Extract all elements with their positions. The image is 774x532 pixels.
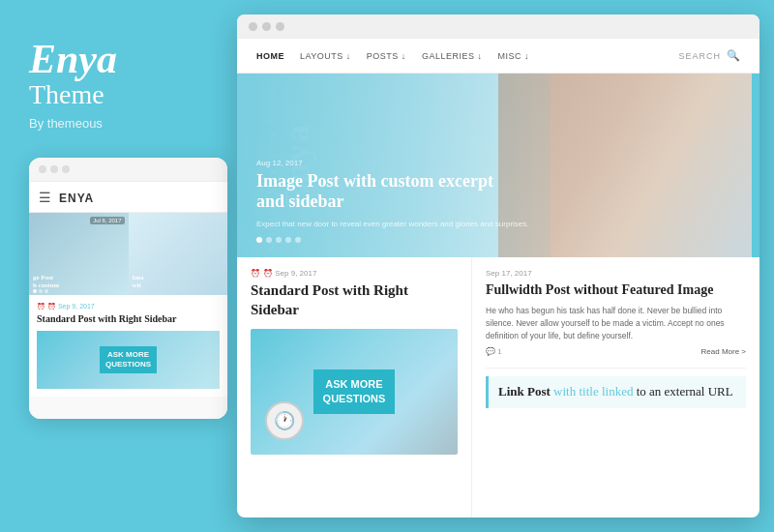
mobile-dot-1 xyxy=(39,165,46,173)
desktop-hero: Enya Modern Magazine Theme Aug 12, 2017 … xyxy=(237,74,759,257)
main-right-column: Sep 17, 2017 Fullwidth Post without Feat… xyxy=(472,257,759,517)
comment-icon: 💬 xyxy=(486,347,495,356)
main-left-column: ⏰ ⏰ Sep 9, 2017 Standard Post with Right… xyxy=(237,257,472,517)
mobile-header: ☰ ENYA xyxy=(29,182,227,213)
hero-sidebar-accent xyxy=(752,74,759,257)
mobile-mockup: ☰ ENYA Jul 6, 2017 ge Posth custom Imawi… xyxy=(29,158,227,419)
link-post-suffix: to an external URL xyxy=(633,384,732,399)
desktop-dot-3 xyxy=(276,22,284,31)
nav-layouts[interactable]: LAYOUTS ↓ xyxy=(300,51,351,61)
fullwidth-post-date: Sep 17, 2017 xyxy=(486,269,746,278)
nav-search[interactable]: SEARCH 🔍 xyxy=(678,49,740,62)
link-post-title: Link Post with title linked to an extern… xyxy=(498,384,736,400)
read-more-link[interactable]: Read More > xyxy=(701,347,746,356)
left-post-date: ⏰ ⏰ Sep 9, 2017 xyxy=(251,269,458,278)
hero-dot-4 xyxy=(285,237,291,243)
hero-dot-5 xyxy=(295,237,301,243)
mobile-top-bar xyxy=(29,158,227,182)
desktop-top-bar xyxy=(237,15,759,39)
desktop-main-content: ⏰ ⏰ Sep 9, 2017 Standard Post with Right… xyxy=(237,257,759,517)
mobile-post-image: ASK MORE QUESTIONS xyxy=(37,331,220,389)
mobile-slide-dot-active xyxy=(33,289,37,293)
hero-dot-3 xyxy=(276,237,282,243)
link-post-highlight: with title linked xyxy=(551,384,634,399)
brand-logo: Enya Theme By themeous xyxy=(29,39,208,131)
nav-links: HOME LAYOUTS ↓ POSTS ↓ GALLERIES ↓ MISC … xyxy=(256,51,529,61)
nav-galleries[interactable]: GALLERIES ↓ xyxy=(422,51,483,61)
left-post-image: 🕐 ASK MORE QUESTIONS xyxy=(251,329,458,455)
desktop-nav: HOME LAYOUTS ↓ POSTS ↓ GALLERIES ↓ MISC … xyxy=(237,39,759,74)
mobile-dot-3 xyxy=(62,165,70,173)
hero-dot-2 xyxy=(266,237,272,243)
comment-count: 💬 1 xyxy=(486,347,502,356)
mobile-slide1-text: ge Posth custom xyxy=(33,274,59,289)
mobile-post-date: ⏰ ⏰ Sep 9, 2017 xyxy=(37,303,220,310)
desktop-mockup: HOME LAYOUTS ↓ POSTS ↓ GALLERIES ↓ MISC … xyxy=(237,15,759,517)
fullwidth-post-excerpt: He who has begun his task has half done … xyxy=(486,305,746,341)
mobile-brand-name: ENYA xyxy=(59,192,94,205)
mobile-content: Jul 6, 2017 ge Posth custom Imawit ⏰ ⏰ S… xyxy=(29,213,227,419)
mobile-ask-more-box: ASK MORE QUESTIONS xyxy=(100,346,157,374)
mobile-post: ⏰ ⏰ Sep 9, 2017 Standard Post with Right… xyxy=(29,295,227,397)
mobile-slide-dots xyxy=(33,289,48,293)
brand-title: Enya xyxy=(29,39,208,79)
desktop-dot-2 xyxy=(262,22,271,31)
fullwidth-post-title: Fullwidth Post without Featured Image xyxy=(486,281,746,299)
mobile-slide1-date: Jul 6, 2017 xyxy=(90,217,124,224)
mobile-hero-slider: Jul 6, 2017 ge Posth custom Imawit xyxy=(29,213,227,295)
ask-more-sign: ASK MORE QUESTIONS xyxy=(313,369,396,415)
nav-home[interactable]: HOME xyxy=(256,51,284,61)
search-icon[interactable]: 🔍 xyxy=(727,49,740,62)
left-post-title: Standard Post with Right Sidebar xyxy=(251,281,458,319)
desktop-dot-1 xyxy=(249,22,257,31)
post-separator xyxy=(486,368,746,369)
hero-excerpt: Expect that new door to reveal even grea… xyxy=(256,219,531,229)
mobile-slide-dot-2 xyxy=(39,289,43,293)
brand-by: By themeous xyxy=(29,116,208,131)
clock-icon-mobile: ⏰ xyxy=(37,303,45,310)
brand-subtitle: Theme xyxy=(29,79,208,110)
fullwidth-post: Sep 17, 2017 Fullwidth Post without Feat… xyxy=(486,269,746,356)
mobile-slide2-text: Imawit xyxy=(133,274,144,289)
hero-carousel-dots xyxy=(256,237,531,243)
nav-misc[interactable]: MISC ↓ xyxy=(497,51,529,61)
clock-decoration: 🕐 xyxy=(265,401,304,440)
hero-title: Image Post with custom excerpt and sideb… xyxy=(256,171,531,213)
link-post: Link Post with title linked to an extern… xyxy=(486,376,746,408)
right-panel: HOME LAYOUTS ↓ POSTS ↓ GALLERIES ↓ MISC … xyxy=(237,0,774,532)
mobile-post-title: Standard Post with Right Sidebar xyxy=(37,312,220,325)
hero-dot-1 xyxy=(256,237,262,243)
nav-search-label: SEARCH xyxy=(678,51,721,61)
clock-icon-left: ⏰ xyxy=(251,269,260,278)
mobile-slide-2: Imawit xyxy=(129,213,228,295)
link-post-prefix: Link Post xyxy=(498,384,551,399)
mobile-slide-dot-3 xyxy=(45,289,48,293)
hamburger-icon[interactable]: ☰ xyxy=(39,190,51,206)
mobile-slide-1: Jul 6, 2017 ge Posth custom xyxy=(29,213,129,295)
read-more-line: 💬 1 Read More > xyxy=(486,347,746,356)
mobile-dot-2 xyxy=(50,165,58,173)
nav-posts[interactable]: POSTS ↓ xyxy=(367,51,406,61)
left-panel: Enya Theme By themeous ☰ ENYA Jul 6, 201… xyxy=(0,0,237,532)
hero-text-overlay: Aug 12, 2017 Image Post with custom exce… xyxy=(237,74,551,257)
hero-date: Aug 12, 2017 xyxy=(256,159,531,167)
